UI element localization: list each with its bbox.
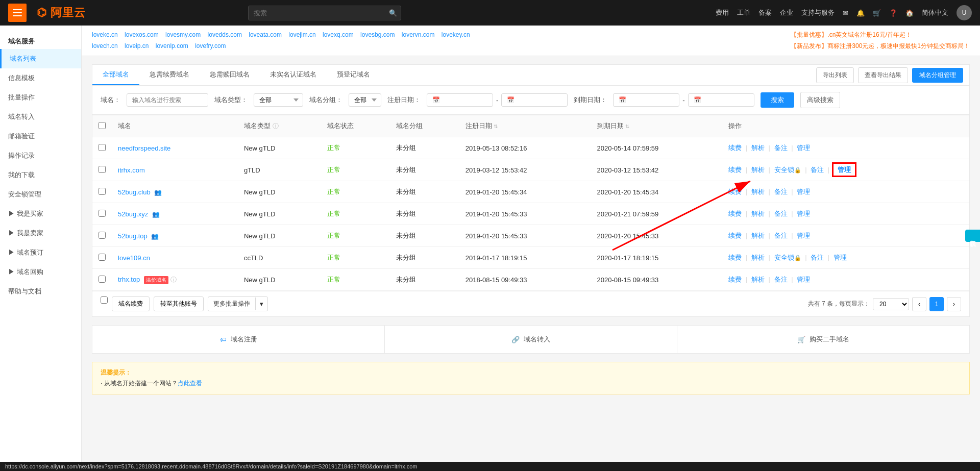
tips-link[interactable]: 点此查看 bbox=[178, 380, 202, 387]
sidebar-item-security-lock[interactable]: 安全锁管理 bbox=[0, 185, 81, 204]
action-manage[interactable]: 管理 bbox=[797, 232, 810, 239]
action-note[interactable]: 备注 bbox=[774, 210, 788, 217]
domain-link[interactable]: lovefry.com bbox=[195, 42, 226, 49]
page-1-button[interactable]: 1 bbox=[929, 297, 944, 311]
sidebar-item-domain-transfer-in[interactable]: 域名转入 bbox=[0, 107, 81, 127]
more-ops-arrow[interactable]: ▾ bbox=[255, 298, 267, 310]
expire-date-end[interactable] bbox=[688, 93, 754, 107]
domain-link[interactable]: loveata.com bbox=[249, 31, 282, 38]
buy-used-domain-action[interactable]: 🛒 购买二手域名 bbox=[677, 326, 969, 353]
action-manage[interactable]: 管理 bbox=[797, 210, 810, 217]
promo-link-1[interactable]: 【批量优惠】.cn英文域名注册16元/首年起！ bbox=[791, 31, 912, 38]
action-security-lock[interactable]: 安全锁🔒 bbox=[774, 166, 801, 173]
row-checkbox[interactable] bbox=[99, 232, 106, 239]
action-renew[interactable]: 续费 bbox=[728, 232, 742, 239]
promo-link-2[interactable]: 【新品发布】商标注册300元起，极速申报最快1分钟提交商标局！ bbox=[791, 42, 970, 49]
tab-prereg[interactable]: 预登记域名 bbox=[327, 65, 380, 85]
nav-language[interactable]: 简体中文 bbox=[922, 8, 948, 17]
nav-record[interactable]: 备案 bbox=[758, 8, 772, 17]
domain-link[interactable]: lovedds.com bbox=[208, 31, 242, 38]
action-renew[interactable]: 续费 bbox=[728, 210, 742, 217]
nav-enterprise[interactable]: 企业 bbox=[780, 8, 793, 17]
tab-unverified[interactable]: 未实名认证域名 bbox=[260, 65, 327, 85]
view-export-button[interactable]: 查看导出结果 bbox=[858, 67, 908, 83]
hamburger-button[interactable] bbox=[8, 4, 27, 22]
domain-link[interactable]: loveip.cn bbox=[125, 42, 149, 49]
nav-cost[interactable]: 费用 bbox=[716, 8, 729, 17]
domain-link[interactable]: lovexq.com bbox=[323, 31, 354, 38]
domain-link[interactable]: loveke.cn bbox=[92, 31, 118, 38]
domain-name-link[interactable]: trhx.top bbox=[118, 276, 140, 283]
sidebar-item-info-template[interactable]: 信息模板 bbox=[0, 68, 81, 88]
action-resolve[interactable]: 解析 bbox=[751, 166, 765, 173]
row-checkbox[interactable] bbox=[99, 210, 106, 217]
action-note[interactable]: 备注 bbox=[811, 254, 824, 261]
action-manage-highlighted[interactable]: 管理 bbox=[834, 164, 855, 176]
domain-link[interactable]: lovekey.cn bbox=[442, 31, 470, 38]
action-resolve[interactable]: 解析 bbox=[751, 188, 765, 195]
tab-urgent-redeem[interactable]: 急需赎回域名 bbox=[200, 65, 260, 85]
next-page-button[interactable]: › bbox=[947, 297, 961, 311]
sidebar-item-email-verify[interactable]: 邮箱验证 bbox=[0, 127, 81, 146]
domain-name-link[interactable]: 52bug.club bbox=[118, 188, 151, 196]
sidebar-item-op-log[interactable]: 操作记录 bbox=[0, 146, 81, 165]
action-resolve[interactable]: 解析 bbox=[751, 232, 765, 239]
group-manage-button[interactable]: 域名分组管理 bbox=[912, 68, 963, 83]
select-all-checkbox[interactable] bbox=[99, 122, 106, 129]
advanced-search-button[interactable]: 高级搜索 bbox=[800, 92, 840, 108]
domain-link[interactable]: lovech.cn bbox=[92, 42, 118, 49]
domain-name-link[interactable]: love109.cn bbox=[118, 254, 150, 262]
domain-name-link[interactable]: 52bug.xyz bbox=[118, 210, 148, 218]
row-checkbox[interactable] bbox=[99, 144, 106, 151]
tab-urgent-renew[interactable]: 急需续费域名 bbox=[139, 65, 200, 85]
action-renew[interactable]: 续费 bbox=[728, 144, 742, 152]
nav-mail-icon[interactable]: ✉ bbox=[843, 9, 848, 17]
action-security-lock[interactable]: 安全锁🔒 bbox=[774, 254, 801, 261]
domain-name-link[interactable]: needforspeed.site bbox=[118, 144, 170, 152]
action-renew[interactable]: 续费 bbox=[728, 276, 742, 283]
reg-date-end[interactable] bbox=[501, 93, 568, 107]
action-manage[interactable]: 管理 bbox=[797, 276, 810, 283]
domain-link[interactable]: lovexos.com bbox=[125, 31, 159, 38]
transfer-domain-action[interactable]: 🔗 域名转入 bbox=[385, 326, 677, 353]
more-ops-label[interactable]: 更多批量操作 bbox=[208, 297, 255, 311]
domain-filter-input[interactable] bbox=[127, 93, 208, 107]
nav-cart-icon[interactable]: 🛒 bbox=[873, 9, 881, 17]
action-renew[interactable]: 续费 bbox=[728, 188, 742, 195]
nav-help-icon[interactable]: ❓ bbox=[889, 9, 897, 17]
row-checkbox[interactable] bbox=[99, 188, 106, 195]
action-manage[interactable]: 管理 bbox=[797, 188, 810, 195]
export-list-button[interactable]: 导出列表 bbox=[816, 67, 854, 83]
reg-date-start[interactable] bbox=[427, 93, 493, 107]
register-domain-action[interactable]: 🏷 域名注册 bbox=[92, 326, 385, 353]
nav-ticket[interactable]: 工单 bbox=[737, 8, 750, 17]
sidebar-item-domain-reservation[interactable]: ▶ 域名预订 bbox=[0, 243, 81, 262]
domain-link[interactable]: lovesmy.com bbox=[165, 31, 201, 38]
avatar[interactable]: U bbox=[957, 5, 972, 20]
action-renew[interactable]: 续费 bbox=[728, 166, 742, 173]
action-renew[interactable]: 续费 bbox=[728, 254, 742, 261]
transfer-other-button[interactable]: 转至其他账号 bbox=[154, 296, 204, 311]
action-resolve[interactable]: 解析 bbox=[751, 210, 765, 217]
col-reg-date[interactable]: 注册日期 ⇅ bbox=[459, 115, 591, 137]
action-resolve[interactable]: 解析 bbox=[751, 254, 765, 261]
domain-name-link[interactable]: itrhx.com bbox=[118, 166, 145, 174]
sidebar-item-seller[interactable]: ▶ 我是卖家 bbox=[0, 224, 81, 243]
domain-link[interactable]: lovervn.com bbox=[402, 31, 435, 38]
row-checkbox[interactable] bbox=[99, 166, 106, 173]
prev-page-button[interactable]: ‹ bbox=[912, 297, 926, 311]
search-button[interactable]: 搜索 bbox=[761, 92, 794, 108]
sidebar-item-domain-list[interactable]: 域名列表 bbox=[0, 49, 81, 68]
nav-support[interactable]: 支持与服务 bbox=[801, 8, 835, 17]
expire-date-start[interactable] bbox=[613, 93, 679, 107]
page-size-select[interactable]: 20 50 100 bbox=[873, 298, 909, 310]
action-manage[interactable]: 管理 bbox=[797, 144, 810, 152]
domain-link[interactable]: lovesbg.com bbox=[360, 31, 395, 38]
sidebar-item-my-downloads[interactable]: 我的下载 bbox=[0, 165, 81, 185]
domain-link[interactable]: lovejim.cn bbox=[288, 31, 315, 38]
tab-all-domains[interactable]: 全部域名 bbox=[92, 65, 139, 85]
premium-help-icon[interactable]: ⓘ bbox=[170, 276, 177, 283]
nav-bell-icon[interactable]: 🔔 bbox=[856, 9, 865, 17]
action-resolve[interactable]: 解析 bbox=[751, 276, 765, 283]
sidebar-item-help-docs[interactable]: 帮助与文档 bbox=[0, 282, 81, 301]
